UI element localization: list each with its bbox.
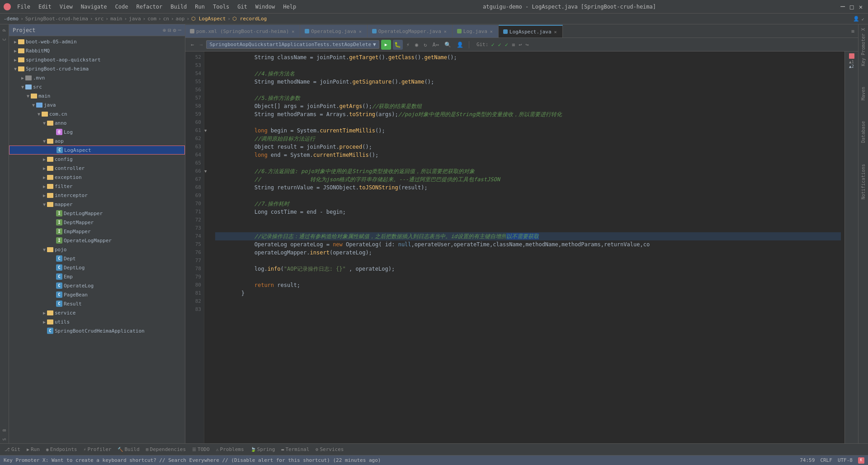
coverage-btn[interactable]: ⚡ — [405, 41, 411, 49]
project-minimize-icon[interactable]: ─ — [178, 27, 181, 33]
sidebar-notifications[interactable]: Notifications — [861, 162, 866, 201]
project-icon[interactable]: P — [0, 26, 9, 34]
minimize-button[interactable]: ─ — [839, 3, 846, 10]
menu-run[interactable]: Run — [191, 2, 208, 11]
tree-item-pojo[interactable]: ▼ pojo — [9, 245, 185, 254]
tree-item-operatelogmapper[interactable]: I OperateLogMapper — [9, 236, 185, 245]
menu-build[interactable]: Build — [167, 2, 190, 11]
menu-help[interactable]: Help — [279, 2, 300, 11]
breadcrumb-src[interactable]: src — [94, 16, 104, 22]
tree-item-mapper[interactable]: ▼ mapper — [9, 200, 185, 209]
commit-icon[interactable]: C — [0, 35, 9, 43]
menu-tools[interactable]: Tools — [209, 2, 233, 11]
git-more-icon[interactable]: ≡ — [511, 42, 516, 48]
tree-item-deptlogmapper[interactable]: I DeptLogMapper — [9, 209, 185, 218]
tree-item-empmapper[interactable]: I EmpMapper — [9, 227, 185, 236]
breadcrumb-cn[interactable]: cn — [163, 16, 169, 22]
tree-item-src[interactable]: ▼ src — [9, 82, 185, 91]
git-undo-icon[interactable]: ↩ — [518, 42, 523, 48]
tab-close-btn[interactable]: ✕ — [358, 28, 363, 34]
menu-git[interactable]: Git — [234, 2, 251, 11]
project-add-icon[interactable]: ⊕ — [163, 27, 166, 33]
translate-btn[interactable]: A↔ — [430, 41, 440, 49]
git-btn[interactable]: ⎇ Git — [2, 446, 23, 453]
sidebar-key-promoter[interactable]: Key Promoter X — [861, 26, 866, 68]
forward-btn[interactable]: → — [198, 41, 204, 49]
project-collapse-icon[interactable]: ⊟ — [168, 27, 171, 33]
tree-item-main[interactable]: ▼ main — [9, 91, 185, 100]
tree-item-exception[interactable]: ▶ exception — [9, 173, 185, 182]
tree-item-mvn[interactable]: ▶ .mvn — [9, 73, 185, 82]
tree-item-rabbitmq[interactable]: ▶ RabbitMQ — [9, 46, 185, 55]
breadcrumb-main[interactable]: main — [110, 16, 123, 22]
tab-close-btn[interactable]: ✕ — [443, 28, 448, 34]
breadcrumb-method[interactable]: ⬡ recordLog — [232, 16, 267, 22]
tab-more-icon[interactable]: ≡ — [848, 28, 858, 34]
build-btn[interactable]: 🔨 Build — [115, 446, 142, 453]
sidebar-database[interactable]: Database — [861, 119, 866, 145]
endpoints-btn[interactable]: ◉ Endpoints — [43, 446, 80, 453]
refresh-btn[interactable]: ↻ — [422, 41, 429, 49]
terminal-btn[interactable]: ▬ Terminal — [278, 446, 312, 453]
maximize-button[interactable]: □ — [848, 3, 855, 10]
breadcrumb-logaspect[interactable]: ⬡ LogAspect — [191, 16, 226, 22]
back-btn[interactable]: ← — [189, 41, 196, 49]
tree-item-config[interactable]: ▶ config — [9, 155, 185, 164]
tab-pomxml[interactable]: pom.xml (SpringBoot-crud-heima) ✕ — [185, 25, 300, 38]
profiler-btn[interactable]: ⚡ Profiler — [80, 446, 114, 453]
tree-item-interceptor[interactable]: ▶ interceptor — [9, 191, 185, 200]
tree-item-utils[interactable]: ▶ utils — [9, 317, 185, 326]
tree-item-comcn[interactable]: ▼ com.cn — [9, 109, 185, 118]
structure-icon[interactable]: S — [0, 435, 9, 443]
profile-btn[interactable]: ◉ — [413, 41, 420, 49]
tab-operatelog[interactable]: OperateLog.java ✕ — [300, 25, 367, 38]
status-encoding[interactable]: UTF-8 — [838, 457, 853, 464]
tree-item-result[interactable]: C Result — [9, 299, 185, 308]
search-icon[interactable]: 🔍 — [443, 41, 453, 49]
menu-code[interactable]: Code — [112, 2, 132, 11]
breadcrumb-com[interactable]: com — [147, 16, 156, 22]
tree-item-controller[interactable]: ▶ controller — [9, 164, 185, 173]
breadcrumb-arrow-icon[interactable]: ↙ — [861, 16, 864, 22]
tab-operatelogmapper[interactable]: OperateLogMapper.java ✕ — [368, 25, 453, 38]
git-update-icon[interactable]: ✓ — [497, 42, 502, 48]
services-btn[interactable]: ⚙ Services — [313, 446, 346, 453]
tab-close-btn[interactable]: ✕ — [291, 28, 295, 34]
breadcrumb-demo[interactable]: -demo — [4, 16, 19, 22]
breadcrumb-aop[interactable]: aop — [176, 16, 185, 22]
tree-item-pagebean[interactable]: C PageBean — [9, 290, 185, 299]
error-indicator[interactable] — [849, 53, 854, 59]
problems-btn[interactable]: ⚠ Problems — [213, 446, 247, 453]
breadcrumb-java[interactable]: java — [129, 16, 141, 22]
dependencies-btn[interactable]: ⊞ Dependencies — [143, 446, 189, 453]
tree-item-dept[interactable]: C Dept — [9, 254, 185, 263]
tab-close-btn[interactable]: ✕ — [489, 28, 494, 34]
breadcrumb-project[interactable]: SpringBoot-crud-heima — [25, 16, 88, 22]
code-editor[interactable]: String className = joinPoint.getTarget()… — [212, 52, 844, 443]
tree-item-logaspect[interactable]: C LogAspect — [9, 146, 185, 155]
tree-item-anno[interactable]: ▼ anno — [9, 118, 185, 127]
tree-item-operatelog[interactable]: C OperateLog — [9, 281, 185, 290]
tree-item-springboot-crud[interactable]: ▼ SpringBoot-crud-heima — [9, 64, 185, 73]
tree-item-service[interactable]: ▶ service — [9, 308, 185, 317]
git-push-icon[interactable]: ✓ — [504, 42, 509, 48]
breadcrumb-user-icon[interactable]: 👤 — [853, 16, 859, 22]
git-redo-icon[interactable]: ↪ — [525, 42, 530, 48]
tree-item-log-anno[interactable]: @ Log — [9, 127, 185, 136]
tree-item-boot-web[interactable]: ▶ boot-web-05-admin — [9, 37, 185, 46]
test-method-selector[interactable]: SpringbootAopQuickstart1ApplicationTests… — [206, 40, 379, 49]
menu-edit[interactable]: Edit — [35, 2, 55, 11]
tab-log[interactable]: Log.java ✕ — [453, 25, 499, 38]
tree-item-app[interactable]: C SpringBootCrudHeimaApplication — [9, 326, 185, 335]
debug-btn[interactable]: 🐛 — [393, 40, 403, 50]
todo-btn[interactable]: ☰ TODO — [189, 446, 212, 453]
git-check-icon[interactable]: ✓ — [490, 42, 495, 48]
user-icon[interactable]: 👤 — [455, 41, 465, 49]
menu-file[interactable]: File — [14, 2, 34, 11]
status-time[interactable]: 74:59 — [800, 457, 815, 464]
menu-view[interactable]: View — [56, 2, 76, 11]
sidebar-maven[interactable]: Maven — [861, 85, 866, 102]
tree-item-filter[interactable]: ▶ filter — [9, 182, 185, 191]
status-crlf[interactable]: CRLF — [820, 457, 832, 464]
tab-close-btn[interactable]: ✕ — [553, 29, 558, 35]
